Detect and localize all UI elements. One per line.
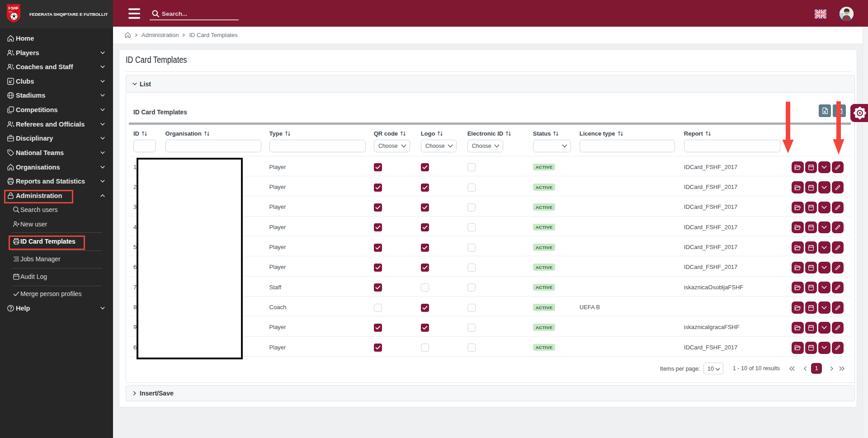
svg-text:FSHF: FSHF [9, 6, 19, 10]
